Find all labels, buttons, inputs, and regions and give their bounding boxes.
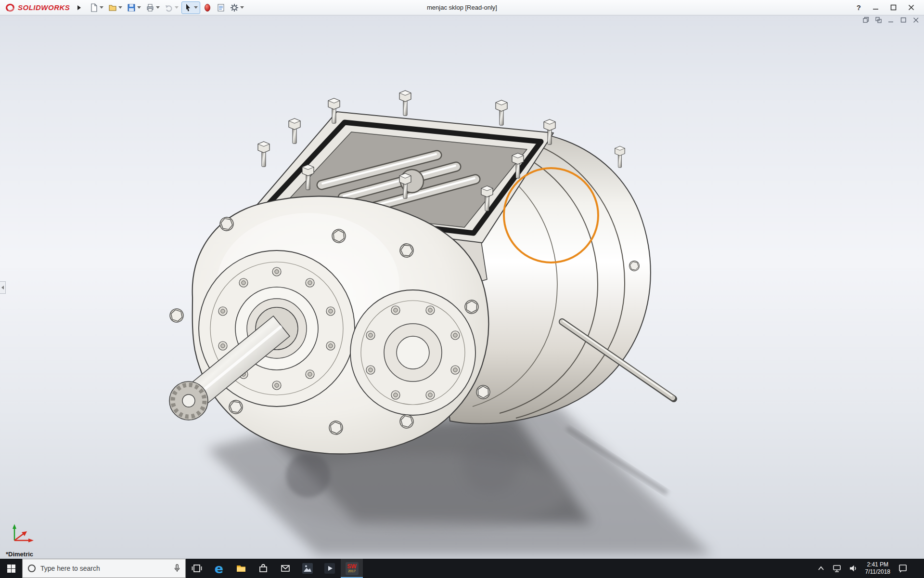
select-button[interactable]	[181, 1, 200, 14]
dropdown-caret-icon[interactable]	[118, 6, 122, 9]
chevron-left-icon	[1, 286, 4, 289]
windows-icon[interactable]	[863, 17, 869, 23]
3d-model-view[interactable]	[0, 15, 924, 559]
movies-icon	[324, 563, 335, 574]
action-center-icon[interactable]	[898, 564, 908, 573]
edge-button[interactable]: e	[208, 559, 230, 578]
new-document-icon	[90, 3, 98, 12]
task-view-button[interactable]	[186, 559, 208, 578]
dropdown-caret-icon[interactable]	[137, 6, 141, 9]
feature-panel-collapse-tab[interactable]	[0, 281, 6, 294]
store-button[interactable]	[252, 559, 274, 578]
maximize-button[interactable]	[890, 4, 897, 11]
network-icon[interactable]	[833, 565, 841, 573]
dropdown-caret-icon[interactable]	[156, 6, 160, 9]
taskbar-search[interactable]	[22, 559, 186, 578]
new-document-button[interactable]	[88, 1, 105, 14]
dropdown-caret-icon[interactable]	[175, 6, 179, 9]
select-cursor-icon	[184, 3, 192, 12]
doc-close-button[interactable]	[913, 17, 919, 23]
clock-date: 7/11/2018	[865, 568, 891, 576]
undo-button[interactable]	[163, 1, 180, 14]
undo-icon	[165, 3, 173, 12]
document-title: menjac sklop [Read-only]	[427, 0, 497, 15]
dropdown-caret-icon[interactable]	[240, 6, 244, 9]
open-folder-icon	[108, 3, 117, 12]
cortana-icon	[27, 564, 36, 573]
document-properties-icon	[217, 3, 225, 12]
main-toolbar	[88, 1, 247, 14]
window-controls: ?	[857, 3, 919, 12]
store-bag-icon	[258, 563, 269, 574]
cascade-icon[interactable]	[875, 17, 882, 23]
mail-icon	[280, 563, 291, 574]
clock-time: 2:41 PM	[865, 561, 891, 568]
photos-button[interactable]	[296, 559, 319, 578]
view-orientation-label: *Dimetric	[6, 551, 33, 558]
open-button[interactable]	[106, 1, 124, 14]
appearances-button[interactable]	[201, 1, 214, 14]
graphics-area: *Dimetric	[0, 15, 924, 559]
start-button[interactable]	[0, 559, 22, 578]
doc-minimize-button[interactable]	[888, 17, 894, 23]
windows-logo-icon	[7, 565, 15, 573]
close-button[interactable]	[908, 4, 914, 11]
dropdown-caret-icon[interactable]	[100, 6, 103, 9]
solidworks-window: SOLIDWORKS	[0, 0, 924, 578]
solidworks-icon: SW 2017	[346, 562, 359, 575]
app-logo: SOLIDWORKS	[5, 2, 70, 13]
document-properties-button[interactable]	[215, 1, 227, 14]
orientation-triad-icon	[7, 519, 36, 547]
system-tray: 2:41 PM 7/11/2018	[813, 559, 924, 578]
doc-restore-button[interactable]	[900, 17, 907, 23]
volume-icon[interactable]	[849, 564, 858, 573]
titlebar: SOLIDWORKS	[0, 0, 924, 15]
gear-icon	[230, 3, 239, 12]
print-icon	[146, 3, 154, 12]
dropdown-caret-icon[interactable]	[194, 6, 198, 9]
file-explorer-button[interactable]	[230, 559, 252, 578]
taskbar-clock[interactable]: 2:41 PM 7/11/2018	[865, 561, 891, 576]
minimize-button[interactable]	[873, 4, 879, 11]
tray-expand-icon[interactable]	[817, 565, 825, 571]
print-button[interactable]	[144, 1, 162, 14]
movies-button[interactable]	[319, 559, 341, 578]
gearbox-model	[168, 91, 674, 454]
app-name: SOLIDWORKS	[18, 3, 70, 12]
dassault-logo-icon	[5, 2, 15, 13]
mail-button[interactable]	[274, 559, 296, 578]
search-input[interactable]	[40, 565, 169, 572]
secondary-flange	[350, 290, 475, 415]
solidworks-taskbar-button[interactable]: SW 2017	[341, 559, 363, 578]
options-button[interactable]	[228, 1, 246, 14]
save-button[interactable]	[125, 1, 143, 14]
photos-icon	[302, 563, 313, 574]
help-button[interactable]: ?	[857, 3, 861, 12]
appearance-sphere-icon	[203, 3, 212, 12]
windows-taskbar: e	[0, 559, 924, 578]
task-view-icon	[192, 563, 202, 574]
folder-icon	[236, 563, 246, 574]
document-window-controls	[863, 17, 919, 23]
save-icon	[127, 3, 136, 12]
edge-icon: e	[215, 562, 223, 575]
menu-expand-icon[interactable]	[77, 5, 81, 10]
microphone-icon[interactable]	[174, 564, 180, 573]
